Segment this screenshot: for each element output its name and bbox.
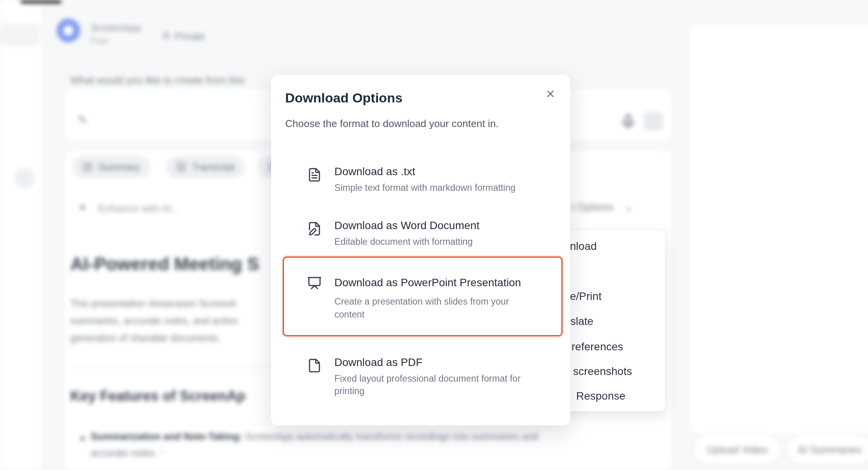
- ai-summaries-button[interactable]: AI Summaries: [787, 435, 868, 465]
- option-description: Create a presentation with slides from y…: [334, 295, 530, 321]
- paragraph-line: summaries, accurate notes, and action: [70, 315, 238, 326]
- tab-transcript[interactable]: Transcript: [166, 156, 245, 178]
- presentation-icon: [307, 274, 322, 335]
- tab-summary[interactable]: Summary: [72, 156, 150, 178]
- paragraph-line: This presentation showcases ScreenA: [70, 298, 236, 309]
- mic-icon[interactable]: [619, 113, 637, 132]
- workspace-plan: Free: [91, 36, 108, 46]
- citation-marker[interactable]: 1: [160, 447, 163, 454]
- upload-video-button[interactable]: Upload Video: [693, 435, 781, 465]
- download-options-modal: Download Options Choose the format to do…: [271, 75, 570, 425]
- bullet-text-line2: accurate notes. 1: [91, 447, 163, 459]
- export-options-button[interactable]: t Options ⌄: [571, 201, 633, 213]
- option-title: Download as .txt: [334, 165, 516, 178]
- download-word-option[interactable]: Download as Word Document Editable docum…: [307, 219, 534, 248]
- paragraph-line: generation of sharable documents.: [70, 332, 221, 344]
- workspace-name: ScreenApp: [91, 22, 141, 34]
- privacy-badge[interactable]: Private: [162, 30, 205, 42]
- tab-label: Summary: [98, 161, 140, 173]
- lock-icon: [162, 30, 171, 42]
- modal-title: Download Options: [285, 90, 402, 106]
- download-pdf-option[interactable]: Download as PDF Fixed layout professiona…: [307, 356, 534, 398]
- download-txt-option[interactable]: Download as .txt Simple text format with…: [307, 165, 534, 194]
- workspace-avatar: [57, 19, 80, 42]
- menu-item-download[interactable]: nload: [570, 240, 597, 253]
- prompt-question: What would you like to create from this: [70, 74, 245, 86]
- section-heading: Key Features of ScreenAp: [70, 388, 245, 404]
- sidebar-collapse-button[interactable]: ‹: [14, 167, 35, 188]
- summary-icon: [82, 162, 93, 172]
- enhance-with-ai-input[interactable]: Enhance with AI...: [98, 203, 180, 215]
- download-powerpoint-option[interactable]: Download as PowerPoint Presentation Crea…: [283, 257, 563, 336]
- bullet-bold: Summarization and Note-Taking:: [91, 431, 242, 442]
- pen-icon: ✎: [77, 113, 88, 127]
- document-title: AI-Powered Meeting S: [70, 253, 259, 274]
- privacy-label: Private: [175, 31, 205, 42]
- sparkle-icon: ✦: [77, 200, 88, 215]
- bullet-text-line1: Summarization and Note-Taking: ScreenApp…: [91, 431, 538, 442]
- bullet-rest: ScreenApp automatically transforms recor…: [242, 431, 538, 442]
- chevron-down-icon: ⌄: [624, 201, 633, 213]
- modal-subtitle: Choose the format to download your conte…: [285, 118, 498, 130]
- transcript-icon: [176, 162, 186, 172]
- file-icon: [307, 356, 322, 398]
- option-title: Download as Word Document: [334, 219, 479, 232]
- sidebar-active-item[interactable]: [0, 23, 39, 46]
- send-button[interactable]: [644, 112, 663, 131]
- bullet-dot: [81, 437, 84, 440]
- option-description: Simple text format with markdown formatt…: [334, 181, 516, 194]
- right-panel: [689, 24, 868, 434]
- export-options-label: t Options: [571, 201, 613, 213]
- option-description: Editable document with formatting: [334, 235, 479, 248]
- tab-label: Transcript: [192, 161, 235, 173]
- screen: ‹ ScreenApp Free Private What would you …: [0, 0, 868, 470]
- close-icon[interactable]: [544, 87, 557, 100]
- menu-item-print[interactable]: e/Print: [570, 290, 602, 303]
- file-pen-icon: [307, 219, 322, 248]
- menu-item-translate[interactable]: slate: [570, 315, 593, 328]
- top-toolbar-fragment: [20, 0, 62, 4]
- menu-item-references[interactable]: references: [572, 341, 623, 353]
- menu-item-response[interactable]: Response: [576, 390, 625, 402]
- file-text-icon: [307, 165, 322, 194]
- bullet-line2-text: accurate notes.: [91, 447, 157, 458]
- menu-item-screenshots[interactable]: screenshots: [573, 365, 632, 378]
- sidebar: [0, 0, 42, 470]
- option-title: Download as PDF: [334, 356, 536, 369]
- option-title: Download as PowerPoint Presentation: [334, 274, 530, 292]
- option-description: Fixed layout professional document forma…: [334, 372, 536, 398]
